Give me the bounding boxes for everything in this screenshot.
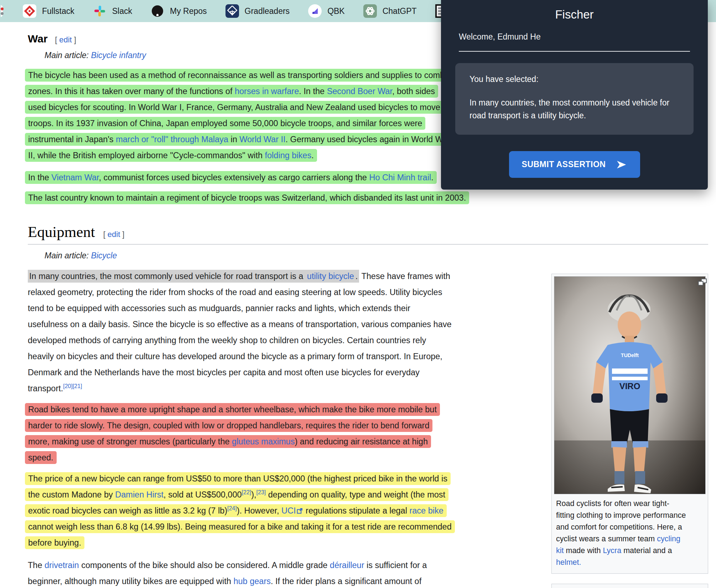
text-segment: II, while the British employed airborne …	[28, 151, 265, 160]
highlighted-text-yellow: The price of a new bicycle can range fro…	[25, 472, 455, 549]
inline-link[interactable]: race bike	[409, 506, 443, 515]
inline-link[interactable]: World War II	[239, 135, 285, 144]
bookmark-qbk[interactable]: QBK	[308, 4, 345, 18]
equipment-heading: Equipment [edit]	[28, 223, 708, 244]
inline-link[interactable]: folding bikes	[265, 151, 312, 160]
text-segment: The bicycle has been used as a method of…	[28, 71, 452, 80]
reference-link[interactable]: [23]	[256, 489, 266, 495]
bookmark-my-repos[interactable]: My Repos	[151, 4, 207, 18]
inline-link[interactable]: utility bicycle	[307, 270, 354, 283]
reference-link[interactable]: [20]	[63, 383, 73, 389]
next-thumbnail-partial	[551, 584, 708, 588]
graduation-cap-icon	[225, 4, 239, 18]
text-segment: . In the	[299, 87, 327, 96]
fischer-selection-card: You have selected: In many countries, th…	[455, 63, 694, 135]
text-segment: is sufficient for a	[364, 561, 427, 570]
text-segment: instrumental in Japan's	[28, 135, 116, 144]
inline-link[interactable]: Vietnam War	[51, 173, 99, 182]
text-segment: . If the rider plans a significant amoun…	[271, 577, 421, 586]
text-segment: more, making use of stronger muscles (pa…	[28, 437, 232, 446]
text-segment: before buying.	[28, 538, 81, 547]
text-segment: Road bikes tend to have a more upright s…	[28, 405, 437, 414]
edit-link[interactable]: edit	[59, 35, 72, 44]
text-segment: cyclist wears a summer team	[556, 535, 657, 543]
clipped-bookmark-icon[interactable]	[1, 4, 4, 18]
inline-link[interactable]: helmet.	[556, 558, 581, 567]
thumbnail-caption: Road cyclists for often wear tight-fitti…	[554, 494, 706, 571]
text-segment: . Germany used bicycles again in World W…	[286, 135, 450, 144]
bookmark-fullstack[interactable]: Fullstack	[23, 4, 74, 18]
text-segment: ). However,	[237, 506, 281, 515]
bookmark-label: Gradleaders	[245, 6, 290, 16]
reference-link[interactable]: [21]	[73, 383, 82, 389]
text-segment: and comfort for competitions. Here, a	[556, 523, 682, 531]
text-segment: In the	[28, 173, 51, 182]
text-segment: tend to be equipped with accessories suc…	[28, 304, 410, 313]
text-segment: the custom Madone by	[28, 490, 115, 499]
reference-superscript: [21]	[73, 383, 82, 389]
inline-link[interactable]: hub gears	[233, 577, 271, 586]
text-segment: troops. In its 1937 invasion of China, J…	[28, 119, 422, 128]
bookmark-slack[interactable]: Slack	[93, 4, 132, 18]
text-segment: .	[354, 270, 359, 283]
highlighted-text-green: The last country known to maintain a reg…	[25, 191, 469, 204]
war-paragraph-3: The last country known to maintain a reg…	[25, 190, 695, 206]
external-link-icon	[297, 503, 303, 519]
text-segment: usefulness on a daily basis. Since the b…	[28, 320, 452, 329]
bookmark-label: Slack	[112, 6, 132, 16]
inline-link[interactable]: Bicycle	[91, 251, 117, 260]
submit-assertion-button[interactable]: SUBMIT ASSERTION	[509, 151, 640, 178]
inline-link[interactable]: kit	[556, 546, 564, 555]
text-segment: harder to ride slowly. The design, coupl…	[28, 421, 429, 430]
reference-superscript: [20]	[63, 383, 73, 389]
equipment-main-article: Main article: Bicycle	[45, 251, 716, 261]
text-segment: zones. In this it has taken over many of…	[28, 87, 235, 96]
text-segment: ),	[251, 490, 256, 499]
reference-link[interactable]: [22]	[242, 489, 251, 495]
text-segment: In many countries, the most commonly use…	[28, 270, 307, 283]
text-segment: made with	[564, 546, 603, 555]
inline-link[interactable]: march or "roll" through Malaya	[116, 135, 228, 144]
edit-link[interactable]: edit	[108, 230, 120, 239]
inline-link[interactable]: Bicycle infantry	[91, 51, 146, 60]
inline-link[interactable]: Ho Chi Minh trail	[369, 173, 431, 182]
text-segment: used bicycles for scouting. In World War…	[28, 103, 440, 112]
inline-link[interactable]: UCI	[281, 506, 296, 515]
text-segment: ) and reducing air resistance at high	[295, 437, 428, 446]
inline-link[interactable]: dérailleur	[330, 561, 364, 570]
bookmark-label: Fullstack	[42, 6, 74, 16]
submit-button-label: SUBMIT ASSERTION	[522, 160, 606, 169]
fullstack-icon	[23, 4, 36, 18]
inline-link[interactable]: Lycra	[603, 546, 621, 555]
text-segment: material and a	[621, 546, 672, 555]
text-segment: The last country known to maintain a reg…	[28, 193, 466, 202]
text-segment: , communist forces used bicycles extensi…	[99, 173, 369, 182]
text-segment: heavily on bicycles and their culture ha…	[28, 352, 442, 361]
fischer-title: Fischer	[441, 0, 708, 21]
inline-link[interactable]: horses in warfare	[235, 87, 299, 96]
text-segment: beginner, although many utility bikes ar…	[28, 577, 233, 586]
highlighted-text-red: Road bikes tend to have a more upright s…	[25, 403, 440, 464]
selected-assertion-text: In many countries, the most commonly use…	[469, 96, 679, 122]
cyclist-photo[interactable]: VIRO TUDelft	[554, 276, 706, 494]
inline-link[interactable]: Second Boer War	[327, 87, 392, 96]
jersey-text: VIRO	[619, 381, 640, 391]
selection-card-label: You have selected:	[469, 74, 679, 84]
bookmark-gradleaders[interactable]: Gradleaders	[225, 4, 290, 18]
text-segment: , both sides	[392, 87, 435, 96]
qbk-icon	[308, 4, 322, 18]
inline-link[interactable]: Damien Hirst	[115, 490, 164, 499]
fischer-welcome-text: Welcome, Edmund He	[459, 32, 708, 42]
jersey-brand: TUDelft	[621, 352, 639, 358]
inline-link[interactable]: drivetrain	[45, 561, 79, 570]
text-segment: components of the bike should also be co…	[79, 561, 330, 570]
inline-link[interactable]: gluteus maximus	[232, 437, 295, 446]
text-segment: The price of a new bicycle can range fro…	[28, 474, 447, 483]
bookmark-chatgpt[interactable]: ChatGPT	[363, 4, 417, 18]
chatgpt-icon	[363, 4, 377, 18]
inline-link[interactable]: cycling	[657, 535, 680, 543]
reference-link[interactable]: [24]	[227, 505, 237, 511]
slack-icon	[93, 4, 107, 18]
enlarge-icon[interactable]	[698, 278, 707, 288]
text-segment: fitting clothing to improve performance	[556, 511, 686, 520]
